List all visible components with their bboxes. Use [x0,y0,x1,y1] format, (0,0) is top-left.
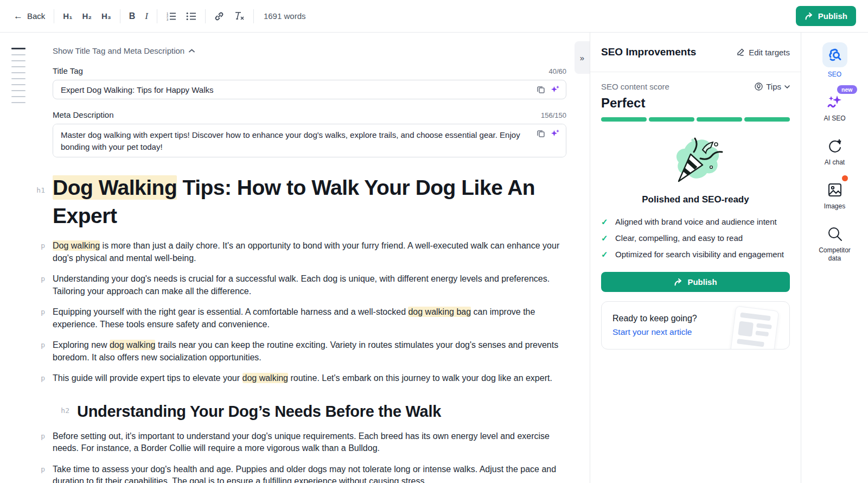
rail-item-ai-seo[interactable]: new AI SEO [801,93,868,123]
article-block-p: pUnderstanding your dog's needs is cruci… [28,273,566,297]
seo-tile [822,42,847,67]
rail-item-competitor-data[interactable]: Competitor data [801,225,868,263]
clear-formatting-icon [234,11,245,21]
copy-icon [537,85,545,94]
score-label: SEO content score [601,82,669,91]
block-type-marker: p [28,273,53,297]
seo-score-bar [601,117,790,122]
ai-sparkle-icon [551,85,560,94]
block-type-marker: p [28,240,53,264]
ai-seo-sparkles-icon [827,94,843,110]
clear-formatting-button[interactable] [234,11,245,21]
title-tag-counter: 40/60 [548,67,566,75]
ordered-list-button[interactable]: 123 [166,12,176,21]
tips-dropdown[interactable]: Tips [755,82,790,91]
tools-rail: SEO new AI SEO [801,33,868,483]
toolbar-divider [205,9,206,23]
copy-meta-button[interactable] [537,129,545,138]
publish-arrow-icon [674,278,683,287]
svg-text:3: 3 [167,17,168,21]
publish-arrow-icon [805,12,814,21]
rail-item-seo[interactable]: SEO [801,42,868,79]
notification-dot [842,175,848,181]
party-popper-illustration [662,136,729,188]
pencil-icon [736,48,745,56]
link-button[interactable] [214,11,224,21]
ai-rewrite-title-button[interactable] [551,85,560,94]
toolbar-divider [253,9,254,23]
back-arrow-icon: ← [14,11,23,22]
editable-p[interactable]: Exploring new dog walking trails near yo… [53,339,566,364]
title-tag-input[interactable] [53,80,566,99]
new-badge: new [837,85,857,94]
block-type-marker: h2 [53,401,77,422]
editable-p[interactable]: This guide will provide expert tips to e… [53,372,552,385]
editable-p[interactable]: Before setting out, it's important to un… [53,430,566,455]
meta-description-input[interactable]: Master dog walking with expert tips! Dis… [53,124,566,157]
word-count: 1691 words [264,11,306,21]
collapse-sidebar-button[interactable]: » [575,41,590,74]
editable-h1[interactable]: Dog Walking Tips: How to Walk Your Dog L… [53,174,566,230]
rail-item-ai-chat[interactable]: AI chat [801,137,868,167]
panel-title: SEO Improvements [601,46,696,58]
bullet-list-button[interactable] [186,12,196,21]
meta-description-counter: 156/150 [541,111,566,119]
edit-targets-button[interactable]: Edit targets [736,48,790,57]
article-block-h1: h1Dog Walking Tips: How to Walk Your Dog… [28,174,566,230]
bullet-list-icon [186,12,196,21]
celebration-illustration [601,136,790,188]
next-article-card: Ready to keep going? Start your next art… [601,301,790,349]
seo-checklist: ✓ Aligned with brand voice and audience … [601,216,790,260]
toolbar-divider [157,9,157,23]
meta-panel-toggle[interactable]: Show Title Tag and Meta Description [53,46,566,55]
ai-chat-icon [827,138,843,154]
editable-p[interactable]: Understanding your dog's needs is crucia… [53,273,566,297]
seo-icon [828,48,842,62]
editable-h2[interactable]: Understanding Your Dog’s Needs Before th… [77,401,441,422]
toolbar-divider [120,9,120,23]
back-button[interactable]: ← Back [14,11,45,22]
article-block-p: pThis guide will provide expert tips to … [28,372,566,385]
chevron-down-icon [784,85,790,88]
score-segment [744,117,790,122]
editable-p[interactable]: Dog walking is more than just a daily ch… [53,240,566,264]
editable-p[interactable]: Take time to assess your dog's health an… [53,463,566,483]
check-icon: ✓ [601,216,610,227]
bold-button[interactable]: B [129,11,136,21]
images-icon [827,182,843,198]
back-label: Back [27,11,45,21]
seo-editor-app: ← Back H₁ H₂ H₃ B I 123 [0,0,868,483]
checklist-item: ✓ Clear, compelling, and easy to read [601,232,790,244]
title-tag-label: Title Tag [53,66,83,75]
keyword-highlight: dog walking bag [408,307,471,317]
article-block-p: pEquipping yourself with the right gear … [28,306,566,331]
heading2-button[interactable]: H₂ [82,11,92,21]
document-minimap[interactable] [11,48,25,108]
top-toolbar: ← Back H₁ H₂ H₃ B I 123 [0,0,868,33]
article-block-p: pBefore setting out, it's important to u… [28,430,566,455]
ai-rewrite-meta-button[interactable] [551,129,560,138]
seo-improvements-panel: SEO Improvements Edit targets SEO conten… [590,33,801,483]
article-body: h1Dog Walking Tips: How to Walk Your Dog… [53,174,566,483]
keyword-highlight: Dog Walking [53,175,177,200]
copy-title-button[interactable] [537,85,545,94]
keyword-highlight: Dog walking [53,240,100,251]
block-type-marker: p [28,306,53,331]
ai-sparkle-icon [551,129,560,138]
rail-item-images[interactable]: Images [801,181,868,211]
meta-description-label: Meta Description [53,110,114,119]
heading1-button[interactable]: H₁ [63,11,72,21]
heading3-button[interactable]: H₃ [101,11,111,21]
score-result-title: Polished and SEO-ready [601,194,790,205]
score-segment [697,117,742,122]
document-illustration [730,306,779,349]
toolbar-divider [54,9,54,23]
block-type-marker: p [28,463,53,483]
publish-button-top[interactable]: Publish [796,6,856,26]
editable-p[interactable]: Equipping yourself with the right gear i… [53,306,566,331]
article-block-p: pTake time to assess your dog's health a… [28,463,566,483]
italic-button[interactable]: I [145,11,148,22]
publish-button-sidebar[interactable]: Publish [601,272,790,292]
score-segment [601,117,647,122]
check-icon: ✓ [601,232,610,244]
